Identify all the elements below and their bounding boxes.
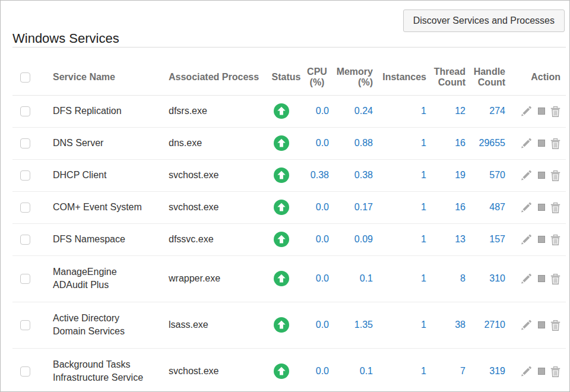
row-checkbox[interactable] [20,366,30,377]
instances-value: 1 [375,223,428,255]
thread-count-value: 13 [428,223,467,255]
delete-icon[interactable] [550,234,560,245]
cpu-value: 0.0 [303,302,331,348]
stop-icon[interactable] [538,368,545,375]
edit-icon[interactable] [521,234,532,245]
associated-process: dfsrs.exe [158,95,269,127]
row-checkbox[interactable] [20,320,30,330]
memory-value: 0.1 [331,348,375,392]
service-name: Active Directory Domain Services [41,302,158,348]
delete-icon[interactable] [550,202,560,213]
cpu-value: 0.0 [303,127,331,159]
thread-count-value: 16 [428,127,467,159]
associated-process: wrapper.exe [158,255,269,302]
col-header-associated-process: Associated Process [158,48,269,95]
cpu-value: 0.0 [303,95,331,127]
row-checkbox[interactable] [20,274,30,284]
col-header-handle-count: Handle Count [467,48,507,95]
delete-icon[interactable] [550,170,560,181]
status-up-icon [269,232,294,247]
cpu-value: 0.0 [303,191,331,223]
col-header-service-name: Service Name [41,48,158,95]
associated-process: dns.exe [158,127,269,159]
table-header-row: Service Name Associated Process Status C… [12,48,566,95]
cpu-value: 0.0 [303,223,331,255]
delete-icon[interactable] [550,273,560,284]
table-row: DFS Replication dfsrs.exe 0.0 0.24 1 12 … [12,95,566,127]
table-body: DFS Replication dfsrs.exe 0.0 0.24 1 12 … [12,95,566,392]
stop-icon[interactable] [538,275,545,282]
stop-icon[interactable] [538,108,545,115]
memory-value: 1.35 [331,302,375,348]
col-header-action: Action [507,48,566,95]
table-row: Background Tasks Infrastructure Service … [12,348,566,392]
associated-process: svchost.exe [158,191,269,223]
delete-icon[interactable] [550,320,560,331]
select-all-checkbox[interactable] [20,72,30,83]
row-checkbox[interactable] [20,138,30,148]
handle-count-value: 570 [467,159,507,191]
status-up-icon [269,200,294,215]
handle-count-value: 319 [467,348,507,392]
edit-icon[interactable] [521,170,532,181]
instances-value: 1 [375,191,428,223]
cpu-value: 0.0 [303,348,331,392]
memory-value: 0.24 [331,95,375,127]
thread-count-value: 8 [428,255,467,302]
edit-icon[interactable] [521,273,532,284]
memory-value: 0.09 [331,223,375,255]
stop-icon[interactable] [538,140,545,147]
table-row: DNS Server dns.exe 0.0 0.88 1 16 29655 [12,127,566,159]
status-up-icon [269,317,294,333]
table-row: COM+ Event System svchost.exe 0.0 0.17 1… [12,191,566,223]
stop-icon[interactable] [538,236,545,243]
memory-value: 0.17 [331,191,375,223]
instances-value: 1 [375,255,428,302]
col-header-memory: Memory (%) [331,48,375,95]
thread-count-value: 7 [428,348,467,392]
cpu-value: 0.0 [303,255,331,302]
col-header-instances: Instances [375,48,428,95]
table-row: ManageEngine ADAudit Plus wrapper.exe 0.… [12,255,566,302]
handle-count-value: 310 [467,255,507,302]
thread-count-value: 19 [428,159,467,191]
status-up-icon [269,271,294,286]
handle-count-value: 29655 [467,127,507,159]
table-row: DFS Namespace dfssvc.exe 0.0 0.09 1 13 1… [12,223,566,255]
table-row: DHCP Client svchost.exe 0.38 0.38 1 19 5… [12,159,566,191]
row-checkbox[interactable] [20,106,30,116]
thread-count-value: 16 [428,191,467,223]
stop-icon[interactable] [538,204,545,211]
row-checkbox[interactable] [20,170,30,181]
stop-icon[interactable] [538,321,545,328]
handle-count-value: 487 [467,191,507,223]
instances-value: 1 [375,302,428,348]
row-checkbox[interactable] [20,203,30,213]
row-checkbox[interactable] [20,235,30,245]
delete-icon[interactable] [550,138,560,149]
status-up-icon [269,167,294,183]
discover-services-button[interactable]: Discover Services and Processes [403,10,565,32]
associated-process: dfssvc.exe [158,223,269,255]
memory-value: 0.1 [331,255,375,302]
edit-icon[interactable] [521,202,532,213]
col-header-cpu: CPU (%) [303,48,331,95]
status-up-icon [269,103,294,119]
instances-value: 1 [375,127,428,159]
edit-icon[interactable] [521,106,532,116]
handle-count-value: 274 [467,95,507,127]
status-up-icon [269,363,294,379]
associated-process: svchost.exe [158,159,269,191]
delete-icon[interactable] [550,106,560,117]
thread-count-value: 38 [428,302,467,348]
stop-icon[interactable] [538,172,545,179]
edit-icon[interactable] [521,366,532,377]
delete-icon[interactable] [550,366,560,377]
edit-icon[interactable] [521,138,532,148]
windows-services-page: Discover Services and Processes Windows … [0,0,570,392]
edit-icon[interactable] [521,320,532,330]
instances-value: 1 [375,95,428,127]
service-name: DNS Server [41,127,158,159]
handle-count-value: 2710 [467,302,507,348]
handle-count-value: 157 [467,223,507,255]
